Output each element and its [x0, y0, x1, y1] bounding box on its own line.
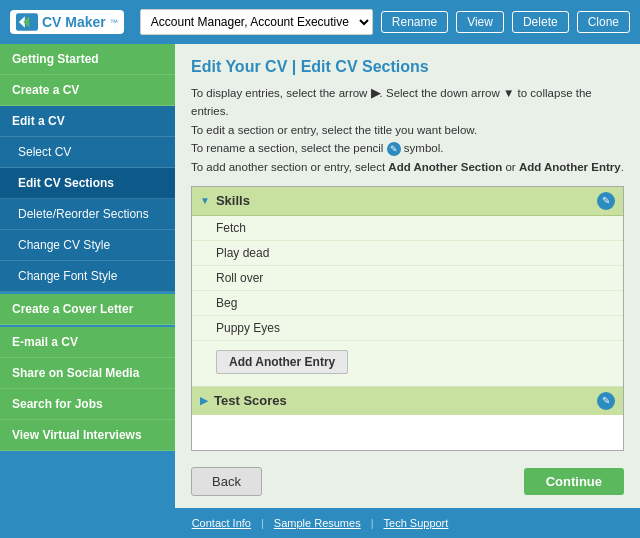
sidebar-item-change-font[interactable]: Change Font Style: [0, 261, 175, 292]
page-title: Edit Your CV | Edit CV Sections: [191, 58, 624, 76]
entry-play-dead[interactable]: Play dead: [192, 241, 623, 266]
entry-puppy-eyes[interactable]: Puppy Eyes: [192, 316, 623, 341]
sections-container: ▼ Skills ✎ Fetch Play dead Roll over Beg…: [191, 186, 624, 451]
header: CV Maker™ Account Manager, Account Execu…: [0, 0, 640, 44]
logo-text: CV Maker: [42, 14, 106, 30]
continue-button[interactable]: Continue: [524, 468, 624, 495]
cv-dropdown-wrapper[interactable]: Account Manager, Account Executive, Sale…: [140, 9, 373, 35]
sidebar-item-edit-cv[interactable]: Edit a CV: [0, 106, 175, 137]
sidebar-item-edit-cv-sections[interactable]: Edit CV Sections: [0, 168, 175, 199]
sidebar-item-delete-reorder[interactable]: Delete/Reorder Sections: [0, 199, 175, 230]
clone-button[interactable]: Clone: [577, 11, 630, 33]
cv-select[interactable]: Account Manager, Account Executive, Sale…: [140, 9, 373, 35]
logo-tm: ™: [110, 18, 118, 27]
section-title-test-scores[interactable]: Test Scores: [214, 393, 597, 408]
sidebar-item-change-style[interactable]: Change CV Style: [0, 230, 175, 261]
section-header-test-scores[interactable]: ▶ Test Scores ✎: [192, 387, 623, 415]
content-area: Edit Your CV | Edit CV Sections To displ…: [175, 44, 640, 508]
sidebar: Getting Started Create a CV Edit a CV Se…: [0, 44, 175, 508]
sidebar-item-virtual-interviews[interactable]: View Virtual Interviews: [0, 420, 175, 451]
footer-tech-support[interactable]: Tech Support: [384, 517, 449, 529]
pencil-icon: ✎: [387, 142, 401, 156]
entry-roll-over[interactable]: Roll over: [192, 266, 623, 291]
expand-arrow-icon: ▶: [200, 395, 208, 406]
sidebar-item-cover-letter[interactable]: Create a Cover Letter: [0, 294, 175, 325]
view-button[interactable]: View: [456, 11, 504, 33]
sidebar-item-getting-started[interactable]: Getting Started: [0, 44, 175, 75]
add-another-entry-button[interactable]: Add Another Entry: [216, 350, 348, 374]
edit-skills-icon[interactable]: ✎: [597, 192, 615, 210]
footer-buttons: Back Continue: [191, 461, 624, 498]
logo-icon: [16, 13, 38, 31]
edit-test-scores-icon[interactable]: ✎: [597, 392, 615, 410]
footer-contact-info[interactable]: Contact Info: [192, 517, 251, 529]
section-header-skills[interactable]: ▼ Skills ✎: [192, 187, 623, 216]
sidebar-item-search-jobs[interactable]: Search for Jobs: [0, 389, 175, 420]
footer-sample-resumes[interactable]: Sample Resumes: [274, 517, 361, 529]
back-button[interactable]: Back: [191, 467, 262, 496]
sidebar-item-email-cv[interactable]: E-mail a CV: [0, 327, 175, 358]
logo: CV Maker™: [10, 10, 124, 34]
rename-button[interactable]: Rename: [381, 11, 448, 33]
instructions: To display entries, select the arrow ▶. …: [191, 84, 624, 176]
sidebar-item-create-cv[interactable]: Create a CV: [0, 75, 175, 106]
sidebar-item-select-cv[interactable]: Select CV: [0, 137, 175, 168]
main-layout: Getting Started Create a CV Edit a CV Se…: [0, 44, 640, 508]
entry-fetch[interactable]: Fetch: [192, 216, 623, 241]
delete-button[interactable]: Delete: [512, 11, 569, 33]
section-title-skills[interactable]: Skills: [216, 193, 597, 208]
footer-bar: Contact Info | Sample Resumes | Tech Sup…: [0, 508, 640, 538]
entry-beg[interactable]: Beg: [192, 291, 623, 316]
collapse-arrow-icon: ▼: [200, 195, 210, 206]
sidebar-item-social-media[interactable]: Share on Social Media: [0, 358, 175, 389]
